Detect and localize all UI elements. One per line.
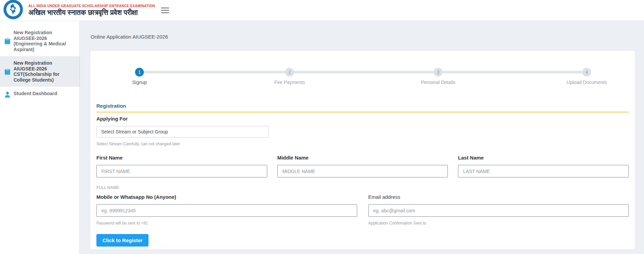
middle-name-input[interactable]: [277, 165, 448, 177]
sidebar-item-label: Student Dashboard: [14, 91, 57, 98]
email-input[interactable]: [368, 204, 629, 217]
email-helper: Application Confirmation Sent to: [368, 221, 629, 226]
applying-for-helper: Select Stream Carefully, can not changed…: [96, 142, 629, 146]
sidebar-item-new-registration-cst[interactable]: New Registration AIUGSEE-2026 CST(Schola…: [0, 56, 79, 87]
step-label: Upload Documents: [567, 80, 607, 85]
first-name-label: First Name: [96, 155, 267, 161]
app-header: ALL INDIA UNDER GRADUATE SCHOLARSHIP ENT…: [0, 0, 644, 21]
step-signup: 1 Signup: [132, 68, 147, 85]
clipboard-icon: [4, 30, 10, 52]
section-divider: [96, 112, 629, 112]
middle-name-group: Middle Name: [277, 155, 448, 177]
sidebar: New Registration AIUGSEE-2026 (Engineeri…: [0, 21, 80, 254]
sidebar-item-label: New Registration AIUGSEE-2026 (Engineeri…: [14, 30, 76, 52]
applying-for-label: Applying For: [96, 116, 629, 122]
page-title: Online Application AIUGSEE-2026: [91, 34, 635, 40]
step-circle: 1: [135, 68, 144, 77]
sidebar-item-student-dashboard[interactable]: Student Dashboard: [0, 87, 79, 102]
step-circle: 3: [434, 68, 443, 77]
step-circle: 4: [582, 68, 591, 77]
app-title-hindi: अखिल भारतीय स्नातक छात्रवृत्ति प्रवेश पर…: [28, 8, 155, 17]
last-name-label: Last Name: [458, 155, 629, 161]
email-label: Email address: [368, 194, 629, 200]
full-name-note: FULL NAME:: [96, 185, 629, 190]
aiugsee-logo-icon: [3, 0, 24, 21]
step-personal-details: 3 Personal Details: [421, 68, 456, 85]
step-fee-payments: 2 Fee Payments: [274, 68, 305, 85]
mobile-label: Mobile or Whatsapp No (Anyone): [96, 194, 357, 200]
mobile-helper: Password will be sent to +91: [96, 221, 357, 226]
menu-hamburger-icon[interactable]: [160, 5, 170, 16]
last-name-input[interactable]: [458, 165, 629, 177]
mobile-input[interactable]: [96, 204, 357, 217]
app-title-block: ALL INDIA UNDER GRADUATE SCHOLARSHIP ENT…: [28, 4, 155, 17]
stepper-track: [139, 71, 586, 73]
applying-for-select[interactable]: Select Stream or Subject Group: [96, 126, 269, 137]
middle-name-label: Middle Name: [277, 155, 448, 161]
clipboard-icon: [4, 61, 10, 83]
main-content: Online Application AIUGSEE-2026 1 Signup…: [80, 21, 644, 254]
step-circle: 2: [285, 68, 294, 77]
step-label: Personal Details: [421, 80, 456, 85]
step-label: Fee Payments: [274, 80, 305, 85]
email-group: Email address Application Confirmation S…: [368, 194, 629, 226]
mobile-group: Mobile or Whatsapp No (Anyone) Password …: [96, 194, 357, 226]
step-upload-documents: 4 Upload Documents: [567, 68, 607, 85]
first-name-group: First Name: [96, 155, 267, 177]
step-label: Signup: [132, 80, 147, 85]
register-button[interactable]: Click to Register: [96, 234, 148, 247]
app-title-english: ALL INDIA UNDER GRADUATE SCHOLARSHIP ENT…: [28, 4, 155, 8]
section-title-registration: Registration: [96, 103, 629, 109]
progress-stepper: 1 Signup 2 Fee Payments 3 Personal Detai…: [96, 68, 629, 94]
first-name-input[interactable]: [96, 165, 267, 177]
last-name-group: Last Name: [458, 155, 629, 177]
sidebar-item-new-registration-engineering-medical[interactable]: New Registration AIUGSEE-2026 (Engineeri…: [0, 26, 79, 56]
sidebar-item-label: New Registration AIUGSEE-2026 CST(Schola…: [14, 60, 76, 83]
person-icon: [4, 91, 10, 98]
registration-card: 1 Signup 2 Fee Payments 3 Personal Detai…: [90, 50, 635, 250]
